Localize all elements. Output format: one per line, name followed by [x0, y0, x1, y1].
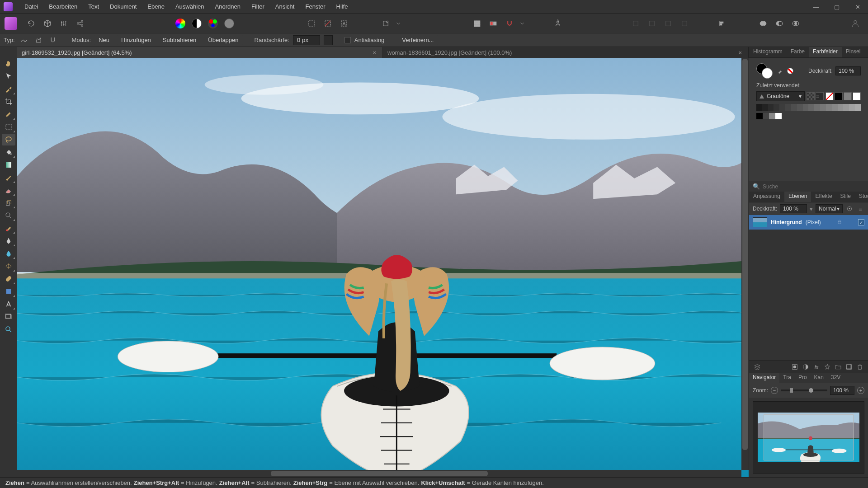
document-tab-2[interactable]: woman-1836601_1920.jpg [Geändert] (100.0… [383, 47, 749, 58]
mode-int-button[interactable]: Überlappen [204, 35, 242, 45]
swatch-cell[interactable] [775, 113, 782, 119]
panel-tab-color[interactable]: Farbe [787, 47, 809, 57]
selection-brush-tool-icon[interactable] [2, 108, 15, 120]
mesh-tool-icon[interactable] [2, 260, 15, 272]
panel-tab-layers[interactable]: Ebenen [784, 192, 811, 202]
menu-text[interactable]: Text [83, 1, 104, 12]
nav-tab-protocol[interactable]: Pro [795, 373, 811, 383]
swatch-grid-icon[interactable] [807, 92, 815, 100]
layer-menu-icon[interactable]: ≡ [856, 205, 864, 213]
swatch-white[interactable] [853, 92, 861, 100]
zoom-tool-icon[interactable] [2, 324, 15, 335]
panel-tab-brushes[interactable]: Pinsel [842, 47, 865, 57]
menu-bearbeiten[interactable]: Bearbeiten [43, 1, 83, 12]
swatch-cell[interactable] [838, 104, 844, 111]
tab-close-icon[interactable]: × [738, 49, 742, 56]
panel-tab-effects[interactable]: Effekte [811, 192, 836, 202]
document-tab-1[interactable]: girl-1869532_1920.jpg [Geändert] (64.5%)… [17, 47, 383, 58]
menu-anordnen[interactable]: Anordnen [210, 1, 246, 12]
tab-close-icon[interactable]: × [373, 49, 376, 56]
swatch-menu-icon[interactable]: ≡ [816, 92, 824, 100]
swatch-cell[interactable] [808, 104, 814, 111]
grey-circle-icon[interactable] [222, 17, 236, 30]
flood-fill-tool-icon[interactable] [2, 146, 15, 158]
swatch-cell[interactable] [756, 104, 762, 111]
folder-icon[interactable] [834, 362, 843, 371]
swatch-cell[interactable] [826, 104, 832, 111]
assistant-icon[interactable] [551, 17, 565, 30]
boolean-add-icon[interactable] [756, 17, 770, 30]
palette-select[interactable]: Grautöne ▾ [756, 91, 805, 101]
minimize-button[interactable]: — [806, 0, 826, 14]
zoom-value-input[interactable] [830, 386, 854, 395]
align-box4[interactable] [678, 17, 691, 30]
zoom-out-button[interactable]: − [771, 387, 778, 394]
account-icon[interactable] [849, 17, 862, 30]
lasso-tool-icon[interactable] [2, 134, 15, 145]
inpaint-tool-icon[interactable] [2, 222, 15, 234]
swatch-search-input[interactable] [763, 183, 864, 190]
swatch-cell[interactable] [849, 104, 855, 111]
move-tool-icon[interactable] [2, 70, 15, 82]
align-left-icon[interactable] [715, 17, 728, 30]
reload-icon[interactable] [24, 17, 38, 30]
delete-layer-icon[interactable] [855, 362, 864, 371]
color-wheel-icon[interactable] [174, 17, 187, 30]
horizontal-scrollbar[interactable] [17, 470, 741, 477]
nav-tab-transform[interactable]: Tra [779, 373, 795, 383]
crop-square-icon[interactable] [379, 17, 392, 30]
swatch-opacity-input[interactable] [835, 66, 861, 75]
mode-sub-button[interactable]: Subtrahieren [159, 35, 200, 45]
swatch-cell[interactable] [768, 104, 774, 111]
background-color[interactable] [762, 68, 773, 79]
polygon-type-icon[interactable] [33, 35, 44, 45]
menu-datei[interactable]: Datei [19, 1, 43, 12]
swatch-cell[interactable] [814, 104, 820, 111]
swatch-cell[interactable] [785, 104, 791, 111]
align-box3[interactable] [661, 17, 675, 30]
canvas[interactable] [17, 58, 749, 477]
panel-tab-adjustment[interactable]: Anpassung [749, 192, 784, 202]
maximize-button[interactable]: ▢ [826, 0, 847, 14]
selection-diag-icon[interactable] [321, 17, 335, 30]
menu-filter[interactable]: Filter [246, 1, 270, 12]
persona-photo-icon[interactable] [5, 17, 17, 30]
hand-tool-icon[interactable] [2, 58, 15, 70]
navigator-preview[interactable] [753, 401, 864, 474]
panel-tab-swatches[interactable]: Farbfelder [809, 47, 842, 57]
menu-dokument[interactable]: Dokument [104, 1, 142, 12]
swatch-cell[interactable] [820, 104, 826, 111]
swatch-cell[interactable] [843, 104, 849, 111]
share-icon[interactable] [73, 17, 87, 30]
layer-item[interactable]: Hintergrund (Pixel) ✓ [749, 215, 868, 230]
export-tool-icon[interactable] [2, 311, 15, 323]
adjustment-icon[interactable] [801, 362, 810, 371]
grey-gradient-strip[interactable] [756, 104, 861, 111]
erase-tool-icon[interactable] [2, 184, 15, 196]
menu-auswaehlen[interactable]: Auswählen [170, 1, 210, 12]
brush-tool-icon[interactable] [2, 172, 15, 183]
color-picker-tool-icon[interactable] [2, 83, 15, 95]
mode-add-button[interactable]: Hinzufügen [117, 35, 155, 45]
fx-icon[interactable]: fx [812, 362, 821, 371]
grid-icon[interactable] [470, 17, 484, 30]
fg-bg-color[interactable] [756, 63, 774, 79]
align-box2[interactable] [645, 17, 659, 30]
equalizer-icon[interactable] [57, 17, 71, 30]
swatch-cell[interactable] [791, 104, 797, 111]
feather-input[interactable] [293, 35, 320, 45]
text-tool-icon[interactable] [2, 298, 15, 310]
layer-fx-icon[interactable] [845, 205, 854, 213]
align-box1[interactable] [629, 17, 642, 30]
close-button[interactable]: ✕ [847, 0, 868, 14]
healing-tool-icon[interactable] [2, 273, 15, 285]
mask-icon[interactable] [790, 362, 799, 371]
clone-tool-icon[interactable] [2, 197, 15, 209]
layer-lock-icon[interactable] [837, 219, 842, 226]
zoom-in-button[interactable]: + [857, 387, 864, 394]
crop-dropdown[interactable] [395, 17, 401, 30]
layer-visible-checkbox[interactable]: ✓ [858, 219, 864, 225]
eyedropper-mini-icon[interactable] [777, 67, 784, 75]
nav-tab-32v[interactable]: 32V [827, 373, 844, 383]
swatch-cell[interactable] [756, 113, 763, 119]
